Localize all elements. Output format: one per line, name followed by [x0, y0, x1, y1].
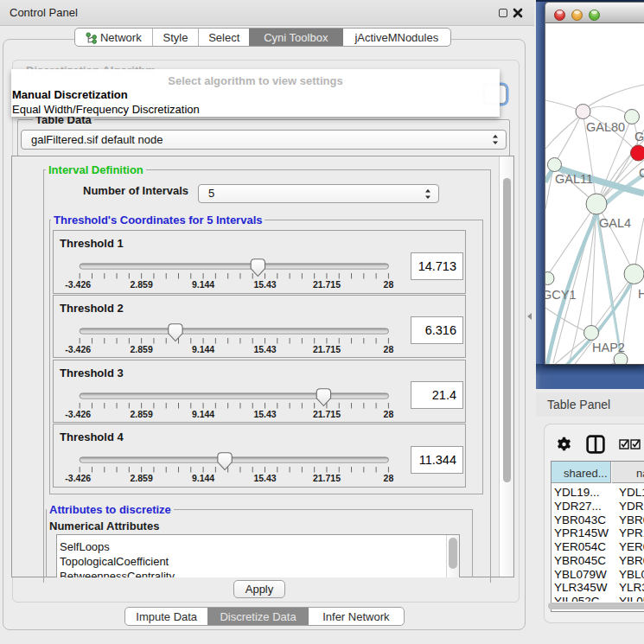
svg-text:28: 28: [384, 279, 394, 290]
svg-text:GAL11: GAL11: [555, 171, 593, 185]
svg-text:GAL80: GAL80: [586, 119, 625, 133]
svg-text:2.859: 2.859: [130, 343, 152, 354]
svg-text:-3.426: -3.426: [65, 343, 91, 354]
svg-text:28: 28: [384, 408, 394, 418]
svg-text:2.859: 2.859: [130, 279, 152, 290]
svg-text:HAP2: HAP2: [592, 341, 625, 354]
svg-text:C: C: [639, 166, 644, 180]
svg-text:21.715: 21.715: [313, 279, 341, 290]
svg-text:21.715: 21.715: [313, 343, 341, 354]
svg-text:15.43: 15.43: [253, 279, 276, 290]
svg-text:GAL4: GAL4: [599, 216, 631, 230]
svg-text:15.43: 15.43: [253, 473, 276, 483]
svg-text:-3.426: -3.426: [65, 408, 91, 418]
svg-text:-3.426: -3.426: [65, 279, 91, 290]
svg-text:15.43: 15.43: [253, 343, 276, 354]
svg-text:28: 28: [384, 473, 394, 483]
svg-text:GAL8: GAL8: [634, 129, 644, 143]
svg-text:9.144: 9.144: [192, 343, 214, 354]
svg-text:28: 28: [384, 343, 394, 354]
svg-text:21.715: 21.715: [313, 473, 341, 483]
svg-text:HA: HA: [638, 286, 644, 300]
svg-text:9.144: 9.144: [192, 408, 214, 418]
svg-text:15.43: 15.43: [253, 408, 276, 418]
svg-text:21.715: 21.715: [313, 408, 341, 418]
svg-text:2.859: 2.859: [130, 473, 152, 483]
svg-text:9.144: 9.144: [192, 279, 214, 290]
svg-text:GCY1: GCY1: [545, 287, 577, 301]
svg-text:-3.426: -3.426: [65, 473, 91, 483]
svg-text:9.144: 9.144: [192, 473, 214, 483]
svg-text:2.859: 2.859: [130, 408, 152, 418]
